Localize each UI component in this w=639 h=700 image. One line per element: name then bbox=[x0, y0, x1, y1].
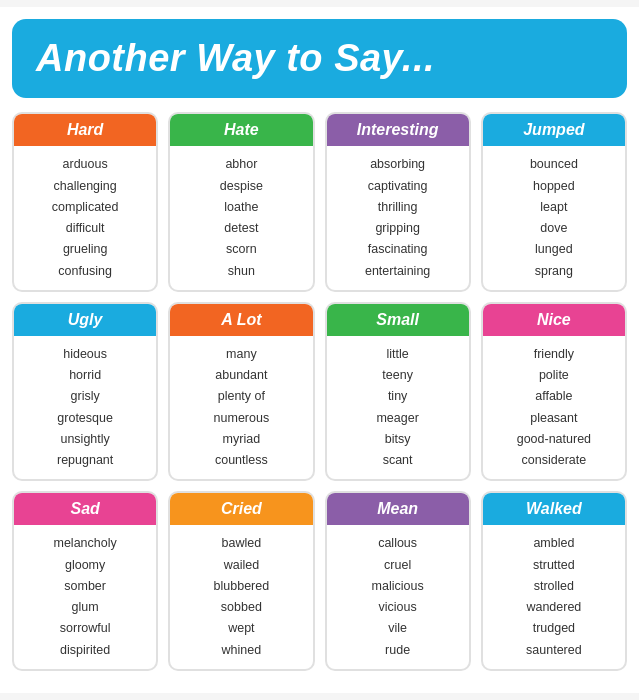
word-sad: melancholy bbox=[54, 536, 117, 550]
word-alot: abundant bbox=[215, 368, 267, 382]
card-header-ugly: Ugly bbox=[14, 304, 156, 336]
word-cried: wailed bbox=[224, 558, 259, 572]
card-cried: Criedbawledwailedblubberedsobbedweptwhin… bbox=[168, 491, 314, 671]
card-body-ugly: hideoushorridgrislygrotesqueunsightlyrep… bbox=[14, 336, 156, 480]
card-ugly: Uglyhideoushorridgrislygrotesqueunsightl… bbox=[12, 302, 158, 482]
word-ugly: grisly bbox=[71, 389, 100, 403]
word-alot: plenty of bbox=[218, 389, 265, 403]
card-header-alot: A Lot bbox=[170, 304, 312, 336]
word-hate: loathe bbox=[224, 200, 258, 214]
word-hard: arduous bbox=[63, 157, 108, 171]
card-body-hate: abhordespiseloathedetestscornshun bbox=[170, 146, 312, 290]
card-sad: Sadmelancholygloomysomberglumsorrowfuldi… bbox=[12, 491, 158, 671]
card-header-hate: Hate bbox=[170, 114, 312, 146]
card-body-sad: melancholygloomysomberglumsorrowfuldispi… bbox=[14, 525, 156, 669]
card-header-cried: Cried bbox=[170, 493, 312, 525]
word-walked: trudged bbox=[533, 621, 575, 635]
word-hard: complicated bbox=[52, 200, 119, 214]
word-small: meager bbox=[376, 411, 418, 425]
word-sad: dispirited bbox=[60, 643, 110, 657]
word-hate: abhor bbox=[225, 157, 257, 171]
card-header-interesting: Interesting bbox=[327, 114, 469, 146]
word-walked: sauntered bbox=[526, 643, 582, 657]
word-walked: strolled bbox=[534, 579, 574, 593]
card-body-alot: manyabundantplenty ofnumerousmyriadcount… bbox=[170, 336, 312, 480]
card-body-hard: arduouschallengingcomplicateddifficultgr… bbox=[14, 146, 156, 290]
word-hard: confusing bbox=[58, 264, 112, 278]
card-header-hard: Hard bbox=[14, 114, 156, 146]
card-header-walked: Walked bbox=[483, 493, 625, 525]
word-ugly: repugnant bbox=[57, 453, 113, 467]
word-mean: rude bbox=[385, 643, 410, 657]
word-sad: gloomy bbox=[65, 558, 105, 572]
main-container: Another Way to Say... Hardarduouschallen… bbox=[0, 7, 639, 693]
card-body-mean: callouscruelmaliciousviciousvilerude bbox=[327, 525, 469, 669]
word-hate: detest bbox=[224, 221, 258, 235]
word-jumped: leapt bbox=[540, 200, 567, 214]
card-walked: Walkedambledstruttedstrolledwanderedtrud… bbox=[481, 491, 627, 671]
word-small: teeny bbox=[382, 368, 413, 382]
word-nice: considerate bbox=[522, 453, 587, 467]
word-small: scant bbox=[383, 453, 413, 467]
word-walked: strutted bbox=[533, 558, 575, 572]
card-nice: Nicefriendlypoliteaffablepleasantgood-na… bbox=[481, 302, 627, 482]
card-mean: Meancallouscruelmaliciousviciousvilerude bbox=[325, 491, 471, 671]
word-nice: pleasant bbox=[530, 411, 577, 425]
word-small: tiny bbox=[388, 389, 407, 403]
word-cried: blubbered bbox=[214, 579, 270, 593]
word-alot: numerous bbox=[214, 411, 270, 425]
card-interesting: Interestingabsorbingcaptivatingthrilling… bbox=[325, 112, 471, 292]
card-header-nice: Nice bbox=[483, 304, 625, 336]
word-interesting: absorbing bbox=[370, 157, 425, 171]
page-header: Another Way to Say... bbox=[12, 19, 627, 98]
word-hard: challenging bbox=[54, 179, 117, 193]
word-cried: bawled bbox=[222, 536, 262, 550]
card-jumped: Jumpedbouncedhoppedleaptdovelungedsprang bbox=[481, 112, 627, 292]
word-cried: whined bbox=[222, 643, 262, 657]
word-hate: shun bbox=[228, 264, 255, 278]
card-body-walked: ambledstruttedstrolledwanderedtrudgedsau… bbox=[483, 525, 625, 669]
word-jumped: hopped bbox=[533, 179, 575, 193]
card-header-small: Small bbox=[327, 304, 469, 336]
word-jumped: bounced bbox=[530, 157, 578, 171]
card-header-jumped: Jumped bbox=[483, 114, 625, 146]
page-title: Another Way to Say... bbox=[36, 37, 603, 80]
word-small: bitsy bbox=[385, 432, 411, 446]
word-jumped: lunged bbox=[535, 242, 573, 256]
card-body-small: littleteenytinymeagerbitsyscant bbox=[327, 336, 469, 480]
word-cried: sobbed bbox=[221, 600, 262, 614]
word-hate: despise bbox=[220, 179, 263, 193]
word-walked: ambled bbox=[533, 536, 574, 550]
word-alot: myriad bbox=[223, 432, 261, 446]
word-ugly: unsightly bbox=[60, 432, 109, 446]
word-small: little bbox=[387, 347, 409, 361]
word-interesting: captivating bbox=[368, 179, 428, 193]
card-body-jumped: bouncedhoppedleaptdovelungedsprang bbox=[483, 146, 625, 290]
card-body-nice: friendlypoliteaffablepleasantgood-nature… bbox=[483, 336, 625, 480]
word-ugly: grotesque bbox=[57, 411, 113, 425]
word-sad: sorrowful bbox=[60, 621, 111, 635]
word-sad: glum bbox=[72, 600, 99, 614]
word-interesting: thrilling bbox=[378, 200, 418, 214]
card-row-2: Sadmelancholygloomysomberglumsorrowfuldi… bbox=[12, 491, 627, 671]
word-mean: malicious bbox=[372, 579, 424, 593]
word-hate: scorn bbox=[226, 242, 257, 256]
word-mean: vicious bbox=[379, 600, 417, 614]
word-alot: countless bbox=[215, 453, 268, 467]
card-header-mean: Mean bbox=[327, 493, 469, 525]
card-hard: Hardarduouschallengingcomplicateddifficu… bbox=[12, 112, 158, 292]
word-nice: good-natured bbox=[517, 432, 591, 446]
word-jumped: dove bbox=[540, 221, 567, 235]
word-nice: affable bbox=[535, 389, 572, 403]
card-small: Smalllittleteenytinymeagerbitsyscant bbox=[325, 302, 471, 482]
card-header-sad: Sad bbox=[14, 493, 156, 525]
word-jumped: sprang bbox=[535, 264, 573, 278]
word-hard: difficult bbox=[66, 221, 105, 235]
card-row-0: Hardarduouschallengingcomplicateddifficu… bbox=[12, 112, 627, 292]
word-ugly: horrid bbox=[69, 368, 101, 382]
word-cried: wept bbox=[228, 621, 254, 635]
word-interesting: gripping bbox=[375, 221, 419, 235]
card-body-cried: bawledwailedblubberedsobbedweptwhined bbox=[170, 525, 312, 669]
word-nice: polite bbox=[539, 368, 569, 382]
word-interesting: fascinating bbox=[368, 242, 428, 256]
